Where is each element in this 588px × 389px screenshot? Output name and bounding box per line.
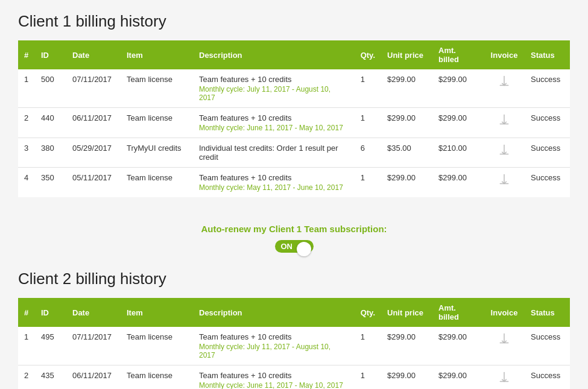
header-description: Description <box>193 40 355 69</box>
cell-amt-billed: $299.00 <box>432 69 484 108</box>
autorenew-section: Auto-renew my Client 1 Team subscription… <box>18 212 570 270</box>
cell-item: Team license <box>121 168 193 198</box>
cell-desc: Team features + 10 credits Monthly cycle… <box>193 365 355 390</box>
header-hash: # <box>18 298 35 327</box>
cell-invoice[interactable] <box>484 108 525 138</box>
header-amt-billed: Amt. billed <box>432 298 484 327</box>
cell-date: 06/11/2017 <box>66 365 121 390</box>
cell-unit-price: $299.00 <box>381 108 432 138</box>
cell-num: 1 <box>18 69 35 108</box>
autorenew-toggle[interactable]: ON <box>275 240 314 253</box>
cell-unit-price: $299.00 <box>381 69 432 108</box>
cell-status: Success <box>525 108 570 138</box>
cell-date: 07/11/2017 <box>66 69 121 108</box>
header-id: ID <box>35 40 66 69</box>
download-icon[interactable] <box>498 332 510 347</box>
cell-status: Success <box>525 327 570 365</box>
header-description: Description <box>193 298 355 327</box>
header-qty: Qty. <box>355 298 381 327</box>
desc-line2: Monthly cycle: June 11, 2017 - May 10, 2… <box>199 124 349 132</box>
desc-line1: Team features + 10 credits <box>199 371 349 380</box>
cell-date: 07/11/2017 <box>66 327 121 365</box>
cell-id: 440 <box>35 108 66 138</box>
table-row: 4 350 05/11/2017 Team license Team featu… <box>18 168 570 198</box>
desc-line1: Team features + 10 credits <box>199 113 349 122</box>
cell-invoice[interactable] <box>484 327 525 365</box>
cell-id: 500 <box>35 69 66 108</box>
header-invoice: Invoice <box>484 298 525 327</box>
download-icon[interactable] <box>498 144 510 159</box>
table-row: 2 440 06/11/2017 Team license Team featu… <box>18 108 570 138</box>
cell-amt-billed: $299.00 <box>432 327 484 365</box>
cell-id: 495 <box>35 327 66 365</box>
autorenew-text: Auto-renew my Client 1 Team subscription… <box>18 224 570 234</box>
cell-qty: 1 <box>355 365 381 390</box>
download-icon[interactable] <box>498 75 510 90</box>
download-icon[interactable] <box>498 113 510 128</box>
cell-item: Team license <box>121 69 193 108</box>
cell-desc: Team features + 10 credits Monthly cycle… <box>193 327 355 365</box>
cell-desc: Team features + 10 credits Monthly cycle… <box>193 69 355 108</box>
header-unit-price: Unit price <box>381 298 432 327</box>
cell-qty: 1 <box>355 168 381 198</box>
cell-qty: 1 <box>355 69 381 108</box>
header-amt-billed: Amt. billed <box>432 40 484 69</box>
table-row: 1 500 07/11/2017 Team license Team featu… <box>18 69 570 108</box>
header-unit-price: Unit price <box>381 40 432 69</box>
cell-num: 4 <box>18 168 35 198</box>
cell-num: 3 <box>18 138 35 168</box>
header-invoice: Invoice <box>484 40 525 69</box>
download-icon[interactable] <box>498 173 510 188</box>
cell-item: TryMyUI credits <box>121 138 193 168</box>
cell-amt-billed: $210.00 <box>432 138 484 168</box>
cell-item: Team license <box>121 108 193 138</box>
header-date: Date <box>66 298 121 327</box>
autorenew-suffix: subscription: <box>330 224 387 234</box>
autorenew-label: Auto-renew my <box>201 224 266 234</box>
cell-id: 435 <box>35 365 66 390</box>
cell-id: 380 <box>35 138 66 168</box>
client1-title: Client 1 billing history <box>18 12 570 31</box>
cell-status: Success <box>525 138 570 168</box>
cell-invoice[interactable] <box>484 138 525 168</box>
cell-invoice[interactable] <box>484 168 525 198</box>
cell-item: Team license <box>121 327 193 365</box>
cell-date: 05/29/2017 <box>66 138 121 168</box>
client1-table: # ID Date Item Description Qty. Unit pri… <box>18 40 570 197</box>
cell-status: Success <box>525 168 570 198</box>
cell-invoice[interactable] <box>484 69 525 108</box>
desc-line1: Team features + 10 credits <box>199 173 349 182</box>
cell-qty: 1 <box>355 327 381 365</box>
cell-unit-price: $299.00 <box>381 365 432 390</box>
client2-title: Client 2 billing history <box>18 270 570 288</box>
header-date: Date <box>66 40 121 69</box>
cell-amt-billed: $299.00 <box>432 168 484 198</box>
desc-line1: Team features + 10 credits <box>199 75 349 84</box>
client2-table: # ID Date Item Description Qty. Unit pri… <box>18 298 570 389</box>
cell-amt-billed: $299.00 <box>432 108 484 138</box>
cell-date: 06/11/2017 <box>66 108 121 138</box>
table-row: 3 380 05/29/2017 TryMyUI credits Individ… <box>18 138 570 168</box>
cell-id: 350 <box>35 168 66 198</box>
download-icon[interactable] <box>498 371 510 386</box>
header-hash: # <box>18 40 35 69</box>
desc-line2: Monthly cycle: July 11, 2017 - August 10… <box>199 85 349 102</box>
cell-unit-price: $299.00 <box>381 168 432 198</box>
header-status: Status <box>525 40 570 69</box>
cell-num: 2 <box>18 365 35 390</box>
autorenew-client: Client 1 Team <box>269 224 327 234</box>
cell-num: 1 <box>18 327 35 365</box>
cell-status: Success <box>525 365 570 390</box>
cell-qty: 6 <box>355 138 381 168</box>
header-item: Item <box>121 298 193 327</box>
cell-date: 05/11/2017 <box>66 168 121 198</box>
cell-invoice[interactable] <box>484 365 525 390</box>
cell-qty: 1 <box>355 108 381 138</box>
client2-table-header: # ID Date Item Description Qty. Unit pri… <box>18 298 570 327</box>
header-qty: Qty. <box>355 40 381 69</box>
cell-item: Team license <box>121 365 193 390</box>
desc-line1: Individual test credits: Order 1 result … <box>199 144 349 162</box>
desc-line2: Monthly cycle: May 11, 2017 - June 10, 2… <box>199 183 349 192</box>
table-row: 1 495 07/11/2017 Team license Team featu… <box>18 327 570 365</box>
header-item: Item <box>121 40 193 69</box>
